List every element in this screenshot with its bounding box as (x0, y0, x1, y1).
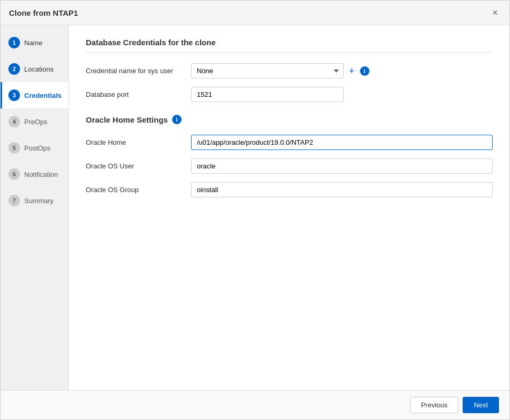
oracle-os-group-label: Oracle OS Group (86, 186, 191, 194)
oracle-os-group-group: Oracle OS Group (86, 182, 493, 197)
oracle-os-user-input[interactable] (191, 158, 493, 174)
sidebar-item-preops[interactable]: 4 PreOps (1, 108, 68, 135)
step-badge-5: 5 (8, 142, 20, 154)
oracle-section-divider: Oracle Home Settings i (86, 115, 493, 124)
step-badge-2: 2 (8, 63, 20, 75)
step-badge-1: 1 (8, 37, 20, 48)
sidebar-item-label-preops: PreOps (24, 118, 47, 126)
next-button[interactable]: Next (463, 397, 499, 413)
database-port-label: Database port (86, 91, 191, 98)
step-badge-6: 6 (8, 168, 20, 180)
oracle-home-group: Oracle Home (86, 135, 493, 150)
database-port-input[interactable] (191, 87, 344, 102)
oracle-home-section-title: Oracle Home Settings (86, 115, 168, 124)
credential-name-group: Credential name for sys user None + i (86, 63, 493, 78)
add-credential-button[interactable]: + (348, 66, 356, 76)
credential-name-wrapper: None + i (191, 63, 493, 78)
sidebar-item-label-locations: Locations (24, 65, 54, 73)
oracle-home-label: Oracle Home (86, 138, 191, 146)
oracle-home-input[interactable] (191, 135, 493, 150)
oracle-section-info-icon[interactable]: i (172, 115, 182, 124)
sidebar-item-label-summary: Summary (24, 197, 54, 205)
db-credentials-section-title: Database Credentials for the clone (86, 38, 493, 53)
sidebar-item-label-postops: PostOps (24, 144, 51, 152)
dialog-body: 1 Name 2 Locations 3 Credentials 4 PreOp… (1, 25, 509, 390)
sidebar-item-credentials[interactable]: 3 Credentials (1, 82, 68, 108)
dialog-title: Clone from NTAP1 (9, 8, 78, 17)
credential-name-select[interactable]: None (191, 63, 344, 78)
sidebar-item-locations[interactable]: 2 Locations (1, 56, 68, 82)
dialog-header: Clone from NTAP1 × (1, 1, 509, 25)
oracle-os-group-input[interactable] (191, 182, 493, 197)
step-badge-7: 7 (8, 195, 20, 206)
oracle-os-user-label: Oracle OS User (86, 162, 191, 170)
sidebar-item-name[interactable]: 1 Name (1, 29, 68, 56)
dialog-footer: Previous Next (1, 390, 509, 419)
close-button[interactable]: × (489, 7, 501, 18)
clone-dialog: Clone from NTAP1 × 1 Name 2 Locations 3 … (0, 0, 510, 420)
step-badge-3: 3 (8, 89, 20, 101)
sidebar: 1 Name 2 Locations 3 Credentials 4 PreOp… (1, 25, 69, 390)
sidebar-item-label-name: Name (24, 39, 43, 47)
previous-button[interactable]: Previous (410, 397, 459, 413)
sidebar-item-label-notification: Notification (24, 171, 58, 178)
oracle-os-user-group: Oracle OS User (86, 158, 493, 174)
sidebar-item-summary[interactable]: 7 Summary (1, 187, 68, 214)
sidebar-item-label-credentials: Credentials (24, 92, 62, 99)
step-badge-4: 4 (8, 116, 20, 127)
main-content: Database Credentials for the clone Crede… (69, 25, 509, 390)
sidebar-item-postops[interactable]: 5 PostOps (1, 135, 68, 161)
oracle-home-section-header: Oracle Home Settings i (86, 115, 493, 124)
credential-name-label: Credential name for sys user (86, 67, 191, 75)
credential-info-icon[interactable]: i (360, 66, 369, 76)
database-port-group: Database port (86, 87, 493, 102)
sidebar-item-notification[interactable]: 6 Notification (1, 161, 68, 187)
